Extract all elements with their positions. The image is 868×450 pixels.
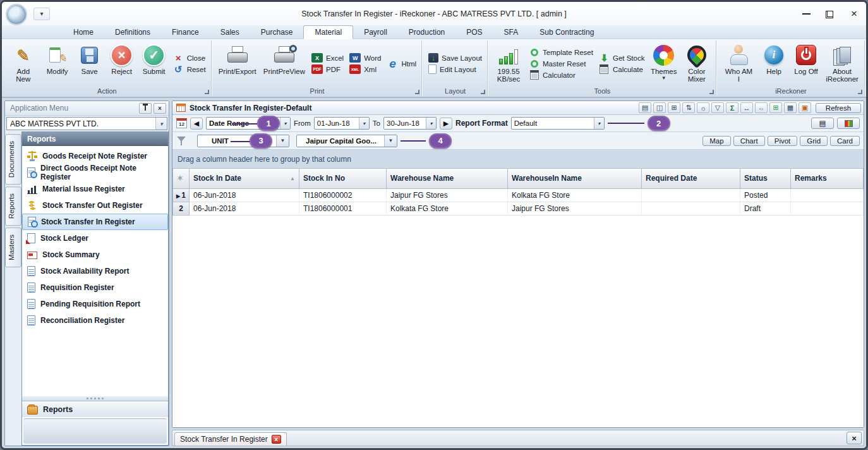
column-header-required-date[interactable]: Required Date [642, 169, 740, 188]
card-view-button[interactable]: Card [830, 136, 860, 146]
tab-finance[interactable]: Finance [161, 26, 210, 39]
column-header-stock-in-no[interactable]: Stock In No [299, 169, 387, 188]
sort-icon[interactable]: ⇅ [682, 102, 695, 113]
reset-button[interactable]: ↺Reset [173, 64, 206, 74]
sidebar-item-reconciliation-register[interactable]: Reconciliation Register [22, 312, 168, 329]
date-range-select[interactable]: Date Range 1 ▾ [206, 117, 291, 130]
table-row[interactable]: ▶1 06-Jun-2018 TI1806000002 Jaipur FG St… [173, 188, 864, 202]
clear-filter-button[interactable]: ✶ [173, 169, 190, 188]
column-width-icon[interactable]: ↔ [740, 102, 753, 113]
document-tab-stock-transfer-in-register[interactable]: Stock Transfer In Register × [174, 432, 287, 446]
dialog-launcher-icon[interactable] [205, 90, 209, 94]
refresh-button[interactable]: Refresh [816, 103, 861, 113]
themes-button[interactable]: Themes▼ [648, 42, 679, 85]
sidebar-item-stock-ledger[interactable]: Stock Ledger [22, 230, 168, 246]
close-button[interactable]: ×Close [173, 53, 206, 63]
snapshot-icon[interactable]: ▣ [799, 102, 811, 113]
dialog-launcher-icon[interactable] [415, 90, 419, 94]
save-layout-button[interactable]: ↓Save Layout [428, 53, 482, 63]
restore-button[interactable] [818, 2, 842, 25]
sidebar-item-material-issue-register[interactable]: Material Issue Register [22, 181, 168, 197]
settings-gear-icon[interactable]: ☼ [697, 102, 709, 113]
table-view-icon[interactable]: ▦ [784, 102, 797, 113]
dialog-launcher-icon[interactable] [709, 90, 714, 94]
from-date-select[interactable]: 01-Jun-18▾ [314, 117, 370, 130]
print-grid-button[interactable]: ▤ [811, 118, 834, 129]
row-header[interactable]: ▶1 [173, 188, 190, 202]
row-header[interactable]: 2 [173, 202, 190, 215]
export-excel-icon[interactable]: Σ [726, 102, 738, 113]
tab-home[interactable]: Home [63, 26, 104, 39]
reports-nav-button[interactable]: Reports [22, 401, 168, 417]
reject-button[interactable]: ×Reject [106, 42, 138, 85]
sidebar-item-stock-summary[interactable]: Stock Summary [22, 246, 168, 263]
column-header-stock-in-date[interactable]: Stock In Date▲ [190, 169, 299, 188]
dialog-launcher-icon[interactable] [858, 90, 862, 94]
grid-settings-icon[interactable]: ⊞ [668, 102, 680, 113]
table-row[interactable]: 2 06-Jun-2018 TI1806000001 Kolkata FG St… [173, 202, 864, 215]
sidebar-item-requisition-register[interactable]: Requisition Register [22, 279, 168, 296]
who-am-i-button[interactable]: Who AM I [720, 42, 757, 85]
print-icon[interactable]: ▤ [639, 102, 651, 113]
report-format-select[interactable]: Default▾ [511, 117, 605, 130]
filter-icon[interactable]: ▽ [711, 102, 724, 113]
tab-production[interactable]: Production [398, 26, 455, 39]
close-tab-icon[interactable]: × [272, 435, 281, 444]
about-ireckoner-button[interactable]: About iReckoner [823, 42, 862, 85]
tab-sfa[interactable]: SFA [493, 26, 529, 39]
calculate-button[interactable]: Calculate [599, 64, 645, 74]
submit-button[interactable]: ✓Submit [138, 42, 170, 85]
unit-select[interactable]: UNIT 3 ▼ [197, 135, 289, 147]
column-header-status[interactable]: Status [740, 169, 791, 188]
save-button[interactable]: Save [74, 42, 105, 85]
word-button[interactable]: WWord [349, 53, 381, 63]
sidebar-splitter[interactable] [22, 396, 168, 401]
tab-purchase[interactable]: Purchase [250, 26, 304, 39]
sidebar-item-goods-receipt-note-register[interactable]: Goods Receipt Note Register [22, 148, 168, 164]
close-window-button[interactable]: × [842, 2, 866, 25]
sidebar-item-stock-transfer-in-register[interactable]: Stock Transfer In Register [22, 214, 168, 230]
xml-button[interactable]: XMLXml [349, 64, 381, 74]
format-cells-button[interactable] [837, 118, 860, 129]
group-by-panel[interactable]: Drag a column header here to group by th… [172, 150, 864, 169]
sidebar-item-stock-availability-report[interactable]: Stock Availability Report [22, 263, 168, 279]
warehouse-select[interactable]: Jaipur Capital Goo... ▼ [296, 135, 397, 147]
calculator-button[interactable]: Calculator [529, 70, 593, 80]
company-select[interactable]: ABC MATRESS PVT LTD. ▾ [6, 117, 167, 130]
fit-columns-icon[interactable]: ⇔ [755, 102, 768, 113]
add-new-button[interactable]: ✎Add New [6, 42, 41, 85]
edit-layout-button[interactable]: Edit Layout [428, 64, 482, 74]
sidebar-tab-documents[interactable]: Documents [5, 134, 21, 185]
add-column-icon[interactable]: ⊞ [769, 102, 782, 113]
minimize-button[interactable] [794, 2, 818, 25]
master-reset-button[interactable]: Master Reset [529, 59, 593, 68]
column-header-warehousein-name[interactable]: WarehouseIn Name [508, 169, 642, 188]
print-preview-button[interactable]: PrintPreView [260, 42, 308, 85]
chart-view-button[interactable]: Chart [733, 136, 765, 146]
pin-button[interactable] [139, 103, 152, 114]
tab-sales[interactable]: Sales [210, 26, 250, 39]
sidebar-tab-masters[interactable]: Masters [5, 228, 21, 267]
tabbar-close-button[interactable]: × [847, 432, 862, 444]
sidebar-tab-reports[interactable]: Reports [5, 186, 21, 226]
pdf-button[interactable]: PDFPDF [311, 64, 344, 74]
modify-button[interactable]: ✎Modify [42, 42, 73, 85]
column-header-warehouse-name[interactable]: Warehouse Name [387, 169, 508, 188]
tab-pos[interactable]: POS [455, 26, 493, 39]
card-view-icon[interactable]: ◫ [653, 102, 666, 113]
sidebar-item-pending-requisition-report[interactable]: Pending Requisition Report [22, 296, 168, 312]
excel-button[interactable]: XExcel [311, 53, 344, 63]
to-date-select[interactable]: 30-Jun-18▾ [383, 117, 437, 130]
sidebar-item-stock-transfer-out-register[interactable]: Stock Transfer Out Register [22, 197, 168, 214]
tab-sub-contracting[interactable]: Sub Contracting [529, 26, 605, 39]
log-off-button[interactable]: Log Off [790, 42, 822, 85]
grid-view-button[interactable]: Grid [800, 136, 828, 146]
next-period-button[interactable]: ▶ [440, 118, 452, 130]
tab-material[interactable]: Material [303, 25, 353, 39]
previous-period-button[interactable]: ◀ [190, 118, 203, 130]
template-reset-button[interactable]: Template Reset [529, 47, 593, 57]
column-header-remarks[interactable]: Remarks [791, 169, 864, 188]
tab-payroll[interactable]: Payroll [353, 26, 398, 39]
map-view-button[interactable]: Map [702, 136, 730, 146]
html-button[interactable]: eHtml [387, 57, 416, 71]
